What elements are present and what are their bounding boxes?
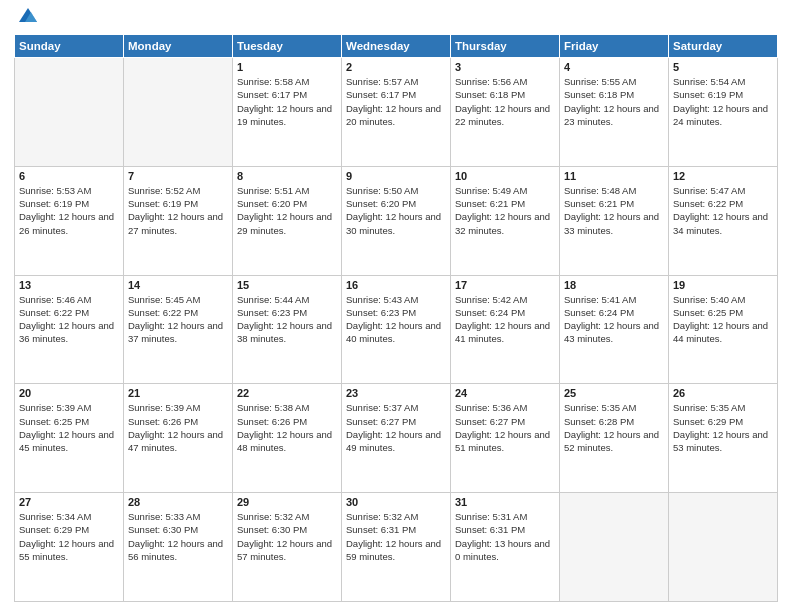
calendar-cell: 26Sunrise: 5:35 AM Sunset: 6:29 PM Dayli… [669, 384, 778, 493]
cell-info: Sunrise: 5:58 AM Sunset: 6:17 PM Dayligh… [237, 75, 337, 128]
cell-info: Sunrise: 5:45 AM Sunset: 6:22 PM Dayligh… [128, 293, 228, 346]
calendar-cell: 13Sunrise: 5:46 AM Sunset: 6:22 PM Dayli… [15, 275, 124, 384]
calendar-cell: 14Sunrise: 5:45 AM Sunset: 6:22 PM Dayli… [124, 275, 233, 384]
day-number: 16 [346, 279, 446, 291]
calendar-cell: 30Sunrise: 5:32 AM Sunset: 6:31 PM Dayli… [342, 493, 451, 602]
day-number: 4 [564, 61, 664, 73]
cell-info: Sunrise: 5:51 AM Sunset: 6:20 PM Dayligh… [237, 184, 337, 237]
calendar-week-row: 1Sunrise: 5:58 AM Sunset: 6:17 PM Daylig… [15, 58, 778, 167]
page: SundayMondayTuesdayWednesdayThursdayFrid… [0, 0, 792, 612]
calendar-header-row: SundayMondayTuesdayWednesdayThursdayFrid… [15, 35, 778, 58]
calendar-cell: 5Sunrise: 5:54 AM Sunset: 6:19 PM Daylig… [669, 58, 778, 167]
day-number: 31 [455, 496, 555, 508]
day-number: 15 [237, 279, 337, 291]
cell-info: Sunrise: 5:35 AM Sunset: 6:29 PM Dayligh… [673, 401, 773, 454]
cell-info: Sunrise: 5:54 AM Sunset: 6:19 PM Dayligh… [673, 75, 773, 128]
day-number: 21 [128, 387, 228, 399]
calendar-day-header: Thursday [451, 35, 560, 58]
day-number: 22 [237, 387, 337, 399]
cell-info: Sunrise: 5:39 AM Sunset: 6:25 PM Dayligh… [19, 401, 119, 454]
cell-info: Sunrise: 5:41 AM Sunset: 6:24 PM Dayligh… [564, 293, 664, 346]
cell-info: Sunrise: 5:40 AM Sunset: 6:25 PM Dayligh… [673, 293, 773, 346]
calendar-cell: 31Sunrise: 5:31 AM Sunset: 6:31 PM Dayli… [451, 493, 560, 602]
calendar-cell: 15Sunrise: 5:44 AM Sunset: 6:23 PM Dayli… [233, 275, 342, 384]
calendar-cell: 23Sunrise: 5:37 AM Sunset: 6:27 PM Dayli… [342, 384, 451, 493]
cell-info: Sunrise: 5:46 AM Sunset: 6:22 PM Dayligh… [19, 293, 119, 346]
calendar-cell: 10Sunrise: 5:49 AM Sunset: 6:21 PM Dayli… [451, 166, 560, 275]
day-number: 3 [455, 61, 555, 73]
calendar-cell: 20Sunrise: 5:39 AM Sunset: 6:25 PM Dayli… [15, 384, 124, 493]
calendar-cell [560, 493, 669, 602]
day-number: 18 [564, 279, 664, 291]
cell-info: Sunrise: 5:35 AM Sunset: 6:28 PM Dayligh… [564, 401, 664, 454]
calendar-week-row: 20Sunrise: 5:39 AM Sunset: 6:25 PM Dayli… [15, 384, 778, 493]
calendar-cell: 25Sunrise: 5:35 AM Sunset: 6:28 PM Dayli… [560, 384, 669, 493]
calendar-cell [669, 493, 778, 602]
cell-info: Sunrise: 5:34 AM Sunset: 6:29 PM Dayligh… [19, 510, 119, 563]
calendar-cell: 21Sunrise: 5:39 AM Sunset: 6:26 PM Dayli… [124, 384, 233, 493]
calendar-cell: 29Sunrise: 5:32 AM Sunset: 6:30 PM Dayli… [233, 493, 342, 602]
cell-info: Sunrise: 5:49 AM Sunset: 6:21 PM Dayligh… [455, 184, 555, 237]
cell-info: Sunrise: 5:39 AM Sunset: 6:26 PM Dayligh… [128, 401, 228, 454]
cell-info: Sunrise: 5:52 AM Sunset: 6:19 PM Dayligh… [128, 184, 228, 237]
cell-info: Sunrise: 5:32 AM Sunset: 6:31 PM Dayligh… [346, 510, 446, 563]
logo [14, 12, 39, 26]
day-number: 13 [19, 279, 119, 291]
day-number: 9 [346, 170, 446, 182]
calendar-cell: 7Sunrise: 5:52 AM Sunset: 6:19 PM Daylig… [124, 166, 233, 275]
calendar-cell: 28Sunrise: 5:33 AM Sunset: 6:30 PM Dayli… [124, 493, 233, 602]
cell-info: Sunrise: 5:36 AM Sunset: 6:27 PM Dayligh… [455, 401, 555, 454]
cell-info: Sunrise: 5:33 AM Sunset: 6:30 PM Dayligh… [128, 510, 228, 563]
calendar-cell: 22Sunrise: 5:38 AM Sunset: 6:26 PM Dayli… [233, 384, 342, 493]
day-number: 14 [128, 279, 228, 291]
cell-info: Sunrise: 5:50 AM Sunset: 6:20 PM Dayligh… [346, 184, 446, 237]
day-number: 5 [673, 61, 773, 73]
calendar-cell: 18Sunrise: 5:41 AM Sunset: 6:24 PM Dayli… [560, 275, 669, 384]
cell-info: Sunrise: 5:47 AM Sunset: 6:22 PM Dayligh… [673, 184, 773, 237]
cell-info: Sunrise: 5:57 AM Sunset: 6:17 PM Dayligh… [346, 75, 446, 128]
cell-info: Sunrise: 5:32 AM Sunset: 6:30 PM Dayligh… [237, 510, 337, 563]
calendar-cell [124, 58, 233, 167]
calendar-day-header: Tuesday [233, 35, 342, 58]
day-number: 25 [564, 387, 664, 399]
calendar-cell: 16Sunrise: 5:43 AM Sunset: 6:23 PM Dayli… [342, 275, 451, 384]
logo-icon [17, 4, 39, 26]
calendar-day-header: Saturday [669, 35, 778, 58]
cell-info: Sunrise: 5:55 AM Sunset: 6:18 PM Dayligh… [564, 75, 664, 128]
day-number: 19 [673, 279, 773, 291]
calendar-cell: 2Sunrise: 5:57 AM Sunset: 6:17 PM Daylig… [342, 58, 451, 167]
calendar-table: SundayMondayTuesdayWednesdayThursdayFrid… [14, 34, 778, 602]
day-number: 26 [673, 387, 773, 399]
cell-info: Sunrise: 5:42 AM Sunset: 6:24 PM Dayligh… [455, 293, 555, 346]
calendar-cell: 9Sunrise: 5:50 AM Sunset: 6:20 PM Daylig… [342, 166, 451, 275]
calendar-week-row: 13Sunrise: 5:46 AM Sunset: 6:22 PM Dayli… [15, 275, 778, 384]
cell-info: Sunrise: 5:31 AM Sunset: 6:31 PM Dayligh… [455, 510, 555, 563]
calendar-cell: 1Sunrise: 5:58 AM Sunset: 6:17 PM Daylig… [233, 58, 342, 167]
cell-info: Sunrise: 5:44 AM Sunset: 6:23 PM Dayligh… [237, 293, 337, 346]
calendar-cell: 11Sunrise: 5:48 AM Sunset: 6:21 PM Dayli… [560, 166, 669, 275]
calendar-cell: 4Sunrise: 5:55 AM Sunset: 6:18 PM Daylig… [560, 58, 669, 167]
calendar-week-row: 27Sunrise: 5:34 AM Sunset: 6:29 PM Dayli… [15, 493, 778, 602]
day-number: 23 [346, 387, 446, 399]
day-number: 8 [237, 170, 337, 182]
calendar-cell: 3Sunrise: 5:56 AM Sunset: 6:18 PM Daylig… [451, 58, 560, 167]
day-number: 7 [128, 170, 228, 182]
calendar-cell: 17Sunrise: 5:42 AM Sunset: 6:24 PM Dayli… [451, 275, 560, 384]
calendar-day-header: Wednesday [342, 35, 451, 58]
cell-info: Sunrise: 5:38 AM Sunset: 6:26 PM Dayligh… [237, 401, 337, 454]
cell-info: Sunrise: 5:48 AM Sunset: 6:21 PM Dayligh… [564, 184, 664, 237]
day-number: 27 [19, 496, 119, 508]
calendar-cell: 24Sunrise: 5:36 AM Sunset: 6:27 PM Dayli… [451, 384, 560, 493]
calendar-cell: 27Sunrise: 5:34 AM Sunset: 6:29 PM Dayli… [15, 493, 124, 602]
calendar-cell: 19Sunrise: 5:40 AM Sunset: 6:25 PM Dayli… [669, 275, 778, 384]
day-number: 2 [346, 61, 446, 73]
day-number: 29 [237, 496, 337, 508]
cell-info: Sunrise: 5:43 AM Sunset: 6:23 PM Dayligh… [346, 293, 446, 346]
day-number: 10 [455, 170, 555, 182]
day-number: 20 [19, 387, 119, 399]
calendar-cell: 8Sunrise: 5:51 AM Sunset: 6:20 PM Daylig… [233, 166, 342, 275]
calendar-day-header: Monday [124, 35, 233, 58]
calendar-day-header: Sunday [15, 35, 124, 58]
header [14, 12, 778, 26]
day-number: 11 [564, 170, 664, 182]
